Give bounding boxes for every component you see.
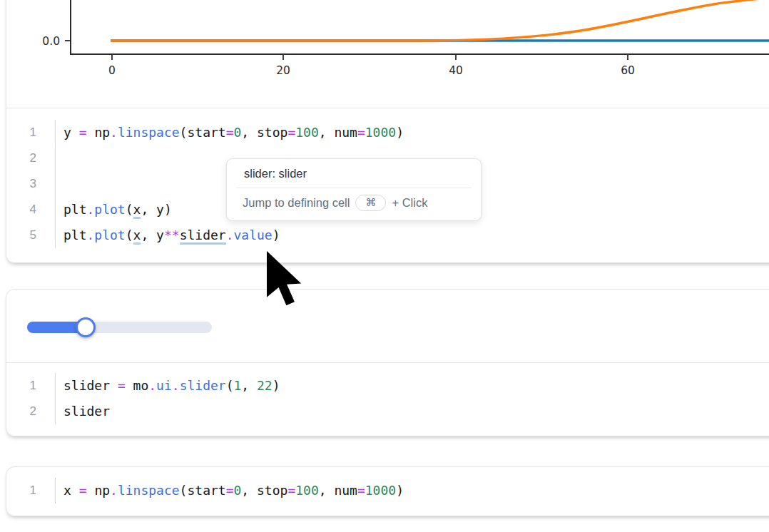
y-tick-label: 0.0 bbox=[42, 35, 60, 48]
code-token: mo bbox=[133, 378, 149, 393]
code-token bbox=[148, 202, 156, 217]
notebook-cell-plot[interactable]: 0.0 0 20 40 60 1y = np.linspace(start=0,… bbox=[6, 0, 769, 263]
code-token bbox=[87, 483, 95, 498]
code-token[interactable]: x bbox=[133, 227, 141, 245]
code-row[interactable]: 5plt.plot(x, y**slider.value) bbox=[6, 222, 769, 248]
code-token: = bbox=[79, 125, 87, 140]
line-number: 4 bbox=[6, 197, 56, 222]
code-line[interactable]: y = np.linspace(start=0, stop=100, num=1… bbox=[56, 120, 404, 145]
code-line[interactable]: plt.plot(x, y) bbox=[56, 197, 172, 222]
x-tick-marks bbox=[112, 54, 628, 60]
matplotlib-chart: 0.0 0 20 40 60 bbox=[0, 0, 769, 108]
code-token: = bbox=[226, 125, 234, 140]
code-token bbox=[249, 378, 257, 393]
code-token: slider bbox=[63, 404, 110, 419]
code-token: , bbox=[241, 125, 249, 140]
code-token: 0 bbox=[233, 483, 241, 498]
code-token: 0 bbox=[233, 125, 241, 140]
series-line-orange bbox=[111, 0, 769, 41]
code-row[interactable]: 1y = np.linspace(start=0, stop=100, num=… bbox=[6, 120, 769, 145]
code-line[interactable]: slider = mo.ui.slider(1, 22) bbox=[56, 373, 280, 399]
code-token: np bbox=[94, 125, 110, 140]
code-token: ) bbox=[273, 227, 280, 242]
code-token: = bbox=[118, 378, 126, 393]
code-token: ( bbox=[126, 202, 133, 217]
code-token: num bbox=[334, 125, 357, 140]
mouse-cursor-icon bbox=[267, 251, 307, 308]
code-token: ( bbox=[226, 378, 234, 393]
code-token: start bbox=[187, 483, 225, 498]
x-tick-label: 20 bbox=[276, 64, 290, 77]
code-token: ( bbox=[126, 227, 133, 242]
code-token: , bbox=[319, 483, 327, 498]
code-token: ) bbox=[164, 202, 172, 217]
code-token bbox=[249, 125, 257, 140]
slider[interactable] bbox=[27, 322, 212, 333]
line-number: 3 bbox=[6, 171, 56, 197]
cell-output-chart: 0.0 0 20 40 60 bbox=[0, 0, 769, 108]
code-token: stop bbox=[257, 483, 287, 498]
code-token bbox=[249, 483, 257, 498]
code-token[interactable]: x bbox=[133, 202, 141, 219]
code-editor[interactable]: 1x = np.linspace(start=0, stop=100, num=… bbox=[6, 467, 769, 503]
code-token bbox=[87, 125, 95, 140]
code-token: 1 bbox=[234, 378, 242, 393]
code-line[interactable]: plt.plot(x, y**slider.value) bbox=[56, 222, 280, 248]
code-token: slider bbox=[180, 378, 226, 393]
code-token: ) bbox=[396, 125, 404, 140]
code-token: ui bbox=[156, 378, 172, 393]
code-token: 100 bbox=[295, 483, 319, 498]
slider-reference-underlined[interactable]: slider bbox=[180, 227, 226, 245]
code-token bbox=[126, 378, 133, 393]
code-token: , bbox=[141, 227, 148, 242]
code-token: 1000 bbox=[365, 483, 396, 498]
code-token: , bbox=[241, 483, 249, 498]
tooltip-title: slider: slider bbox=[227, 159, 481, 188]
code-line[interactable] bbox=[56, 171, 63, 197]
code-token: plt bbox=[63, 202, 87, 217]
x-tick-label: 60 bbox=[621, 64, 635, 77]
code-token: y bbox=[156, 227, 164, 242]
notebook-cell-slider[interactable]: 1slider = mo.ui.slider(1, 22)2slider bbox=[6, 289, 769, 436]
code-token: = bbox=[79, 483, 87, 498]
code-token: ) bbox=[273, 378, 280, 393]
code-token: = bbox=[226, 483, 234, 498]
code-token: 22 bbox=[257, 378, 273, 393]
code-token: slider bbox=[63, 378, 110, 393]
variable-tooltip: slider: slider Jump to defining cell ⌘ +… bbox=[226, 158, 482, 221]
x-tick-label: 40 bbox=[449, 64, 463, 77]
code-token: plot bbox=[94, 227, 125, 242]
code-row[interactable]: 2slider bbox=[6, 399, 769, 424]
code-token bbox=[148, 227, 156, 242]
code-token: . bbox=[87, 227, 95, 242]
code-line[interactable] bbox=[56, 145, 63, 171]
code-token: ) bbox=[396, 483, 404, 498]
slider-thumb[interactable] bbox=[76, 317, 96, 337]
code-token bbox=[71, 483, 79, 498]
code-token: y bbox=[156, 202, 164, 217]
code-token: y bbox=[63, 125, 71, 140]
code-token: ** bbox=[164, 227, 180, 242]
code-token: , bbox=[241, 378, 249, 393]
line-number: 2 bbox=[6, 399, 56, 424]
code-line[interactable]: slider bbox=[56, 399, 110, 424]
code-line[interactable]: x = np.linspace(start=0, stop=100, num=1… bbox=[56, 478, 404, 503]
command-key-icon: ⌘ bbox=[355, 195, 386, 211]
line-number: 5 bbox=[6, 222, 56, 248]
line-number: 1 bbox=[6, 478, 56, 503]
code-token: . bbox=[148, 378, 156, 393]
code-token: . bbox=[87, 202, 95, 217]
code-token: start bbox=[187, 125, 225, 140]
line-number: 1 bbox=[6, 120, 56, 145]
code-row[interactable]: 1x = np.linspace(start=0, stop=100, num=… bbox=[6, 478, 769, 503]
code-token: . bbox=[110, 125, 118, 140]
code-token: value bbox=[234, 227, 273, 242]
code-token bbox=[71, 125, 79, 140]
tooltip-action-label[interactable]: Jump to defining cell bbox=[243, 196, 350, 210]
code-editor[interactable]: 1slider = mo.ui.slider(1, 22)2slider bbox=[6, 363, 769, 424]
notebook-cell-x[interactable]: 1x = np.linspace(start=0, stop=100, num=… bbox=[6, 466, 769, 516]
line-number: 1 bbox=[6, 373, 56, 399]
code-row[interactable]: 1slider = mo.ui.slider(1, 22) bbox=[6, 373, 769, 399]
code-token: stop bbox=[257, 125, 287, 140]
code-token: . bbox=[226, 227, 234, 242]
